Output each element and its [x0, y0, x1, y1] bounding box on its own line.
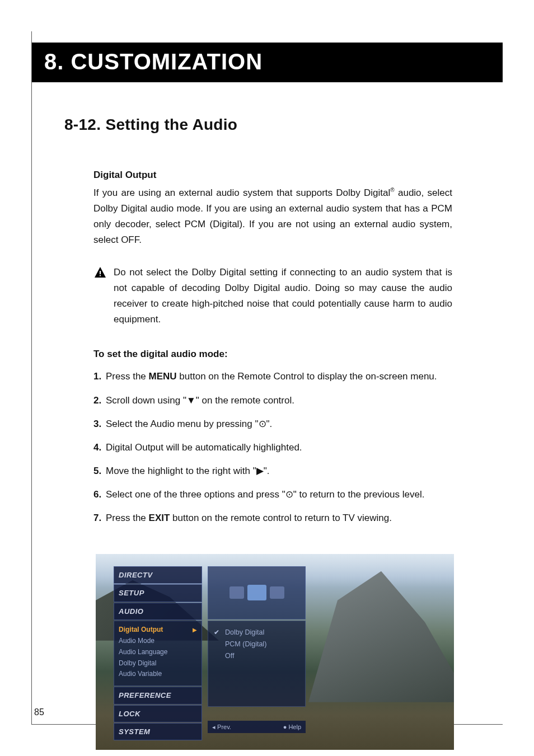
device-icon	[247, 585, 266, 600]
step-3: Select the Audio menu by pressing "⊙".	[93, 416, 452, 432]
osd-option-selected: ✔ Dolby Digital	[214, 627, 299, 638]
osd-menu-list: Digital Output ▶ Audio Mode Audio Langua…	[114, 621, 202, 686]
instruction-steps: Press the MENU button on the Remote Cont…	[93, 369, 452, 525]
digital-output-text-a: If you are using an external audio syste…	[93, 187, 390, 198]
osd-tail-lock: LOCK	[114, 705, 202, 722]
chevron-right-icon: ▶	[193, 626, 197, 635]
select-icon: ⊙	[259, 419, 266, 429]
step-5c: ".	[264, 466, 270, 476]
osd-menu-column: DIRECTV SETUP AUDIO Digital Output ▶ Aud…	[114, 566, 202, 741]
device-icon	[229, 586, 244, 599]
osd-options-column: ✔ Dolby Digital PCM (Digital) Off	[208, 566, 306, 707]
digital-output-heading: Digital Output	[93, 167, 452, 183]
step-1c: button on the Remote Control to display …	[177, 371, 437, 382]
osd-breadcrumb-3: AUDIO	[114, 603, 202, 620]
osd-option: PCM (Digital)	[214, 638, 299, 650]
osd-screenshot: DIRECTV SETUP AUDIO Digital Output ▶ Aud…	[96, 554, 454, 750]
osd-option: Off	[214, 650, 299, 662]
section-title: 8-12. Setting the Audio	[64, 116, 503, 134]
device-icon	[270, 586, 284, 599]
step-7c: button on the remote control to return t…	[170, 513, 392, 523]
osd-menu-item: Dolby Digital	[119, 658, 197, 669]
prev-icon: ◂	[212, 724, 216, 730]
check-icon: ✔	[214, 627, 221, 638]
step-4: Digital Output will be automatically hig…	[93, 440, 452, 456]
step-6a: Select one of the three options and pres…	[106, 489, 285, 500]
osd-menu-item: Audio Mode	[119, 636, 197, 647]
step-7a: Press the	[106, 513, 149, 523]
osd-tail-preference: PREFERENCE	[114, 687, 202, 704]
step-5: Move the highlight to the right with "▶"…	[93, 463, 452, 479]
osd-menu-item-selected: Digital Output ▶	[119, 624, 197, 636]
osd-option-label: Off	[225, 650, 234, 662]
osd-option-label: PCM (Digital)	[225, 638, 266, 650]
step-1: Press the MENU button on the Remote Cont…	[93, 369, 452, 384]
step-7-exit: EXIT	[149, 513, 170, 523]
osd-tail-system: SYSTEM	[114, 723, 202, 740]
right-arrow-icon: ▶	[256, 466, 264, 476]
step-3c: ".	[266, 419, 273, 429]
osd-options-list: ✔ Dolby Digital PCM (Digital) Off	[208, 621, 306, 707]
step-6: Select one of the three options and pres…	[93, 487, 452, 503]
warning-text: Do not select the Dolby Digital setting …	[114, 265, 452, 327]
osd-prev: ◂ Prev.	[212, 722, 231, 732]
select-icon-2: ⊙	[285, 489, 293, 500]
osd-footer-bar: ◂ Prev. ● Help	[208, 721, 306, 733]
osd-menu-item: Audio Language	[119, 647, 197, 658]
step-1a: Press the	[106, 371, 149, 382]
osd-prev-label: Prev.	[217, 724, 231, 730]
step-2: Scroll down using "▼" on the remote cont…	[93, 393, 452, 408]
step-6c: " to return to the previous level.	[293, 489, 425, 500]
osd-option-label: Dolby Digital	[225, 627, 264, 638]
step-3a: Select the Audio menu by pressing "	[106, 419, 259, 429]
osd-menu-selected-label: Digital Output	[119, 624, 163, 636]
step-1-menu: MENU	[149, 371, 177, 382]
warning-icon	[93, 265, 114, 327]
chapter-title: 8. CUSTOMIZATION	[32, 43, 503, 82]
step-7: Press the EXIT button on the remote cont…	[93, 510, 452, 526]
svg-rect-0	[100, 271, 101, 274]
step-2a: Scroll down using "	[106, 395, 186, 406]
osd-help: ● Help	[283, 722, 301, 732]
osd-menu-item: Audio Variable	[119, 669, 197, 680]
step-2c: " on the remote control.	[196, 395, 294, 406]
osd-breadcrumb-2: SETUP	[114, 584, 202, 602]
down-arrow-icon: ▼	[186, 395, 196, 406]
osd-device-icons	[208, 566, 306, 619]
osd-help-label: Help	[288, 724, 301, 730]
svg-rect-1	[100, 275, 101, 276]
registered-mark: ®	[390, 187, 394, 193]
page-number: 85	[34, 707, 44, 717]
help-icon: ●	[283, 724, 287, 730]
osd-breadcrumb-1: DIRECTV	[114, 566, 202, 584]
instructions-heading: To set the digital audio mode:	[93, 346, 452, 362]
digital-output-paragraph: If you are using an external audio syste…	[93, 185, 452, 248]
step-5a: Move the highlight to the right with "	[106, 466, 256, 476]
